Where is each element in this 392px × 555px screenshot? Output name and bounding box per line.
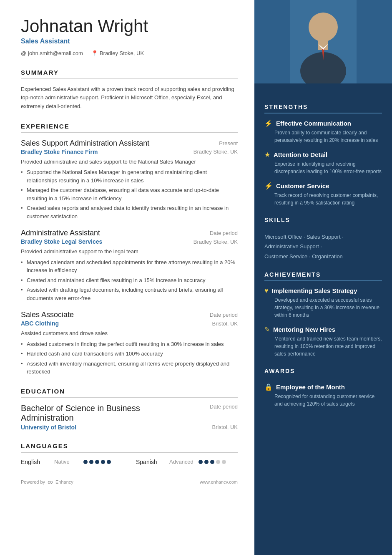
dot-s1 <box>199 460 203 464</box>
strength-2-header: ★ Attention to Detail <box>264 151 382 159</box>
achievements-section-title: ACHIEVEMENTS <box>264 271 382 278</box>
job-3-desc: Assisted customers and drove sales <box>21 329 238 338</box>
achievement-1-desc: Developed and executed a successful sale… <box>264 296 382 319</box>
lang-english-level: Native <box>54 459 79 465</box>
skills-section-title: SKILLS <box>264 217 382 223</box>
dot-s3 <box>210 460 214 464</box>
strength-3-name: Customer Service <box>276 182 329 189</box>
strength-3: ⚡ Customer Service Track record of resol… <box>264 182 382 207</box>
job-3-title: Sales Associate <box>21 310 74 319</box>
skills-line-2: Administrative Support · <box>264 242 382 251</box>
dot-s4 <box>216 460 220 464</box>
job-1-date: Present <box>219 140 238 146</box>
dot-2 <box>89 460 93 464</box>
job-1-header: Sales Support Administration Assistant P… <box>21 139 238 148</box>
edu-1-location: Bristol, UK <box>212 424 238 431</box>
dot-1 <box>83 460 88 464</box>
job-3-bullet-3: Assisted with inventory management, ensu… <box>21 360 238 376</box>
edu-1-school-row: University of Bristol Bristol, UK <box>21 424 238 431</box>
language-english: English Native Spanish Advanced <box>21 459 238 465</box>
lang-spanish-dots <box>199 460 226 464</box>
award-1-icon: 🔒 <box>264 383 273 391</box>
email-contact: @ john.smith@email.com <box>21 50 83 56</box>
awards-section-title: AWARDS <box>264 368 382 374</box>
languages-divider <box>21 452 238 453</box>
award-1-name: Employee of the Month <box>276 383 345 391</box>
lang-spanish-name: Spanish <box>136 459 165 465</box>
job-2-bullet-3: Assisted with drafting legal documents, … <box>21 286 238 302</box>
lang-english-dots <box>83 460 111 464</box>
left-column: Johnatan Wright Sales Assistant @ john.s… <box>0 0 254 555</box>
achievement-1-icon: ♥ <box>264 287 269 295</box>
edu-1-date: Date period <box>210 404 238 423</box>
candidate-title: Sales Assistant <box>21 38 238 45</box>
job-2-company: Bradley Stoke Legal Services <box>21 238 102 245</box>
strength-1-name: Effective Communication <box>276 120 351 127</box>
edu-1-school: University of Bristol <box>21 424 76 431</box>
job-2-date: Date period <box>210 230 238 236</box>
achievement-2-header: ✎ Mentoring New Hires <box>264 325 382 333</box>
education-divider <box>21 397 238 398</box>
job-2-bullet-1: Managed calendars and scheduled appointm… <box>21 258 238 275</box>
dot-s2 <box>204 460 209 464</box>
summary-text: Experienced Sales Assistant with a prove… <box>21 85 238 111</box>
skills-line-3: Customer Service · Organization <box>264 252 382 261</box>
strength-3-desc: Track record of resolving customer compl… <box>264 192 382 207</box>
strength-2: ★ Attention to Detail Expertise in ident… <box>264 151 382 175</box>
job-2: Administrative Assistant Date period Bra… <box>21 229 238 302</box>
strength-3-icon: ⚡ <box>264 182 273 190</box>
summary-divider <box>21 78 238 79</box>
location-contact: 📍 Bradley Stoke, UK <box>91 50 144 56</box>
job-3-bullets: Assisted customers in finding the perfec… <box>21 340 238 376</box>
strength-3-header: ⚡ Customer Service <box>264 182 382 190</box>
dot-3 <box>95 460 99 464</box>
job-2-title: Administrative Assistant <box>21 229 100 237</box>
strength-2-name: Attention to Detail <box>274 151 327 158</box>
job-2-location: Bradley Stoke, UK <box>193 239 238 245</box>
strength-1-icon: ⚡ <box>264 119 273 127</box>
awards-divider <box>264 377 382 378</box>
award-1-header: 🔒 Employee of the Month <box>264 383 382 391</box>
powered-by-label: Powered by <box>21 479 45 484</box>
job-1-bullet-1: Supported the National Sales Manager in … <box>21 168 238 184</box>
strength-2-desc: Expertise in identifying and resolving d… <box>264 160 382 175</box>
edu-1: Bachelor of Science in Business Administ… <box>21 404 238 431</box>
dot-s5 <box>222 460 226 464</box>
skills-text: Microsoft Office · Sales Support · Admin… <box>264 232 382 261</box>
job-1-location: Bradley Stoke, UK <box>193 149 238 155</box>
achievement-2: ✎ Mentoring New Hires Mentored and train… <box>264 325 382 358</box>
job-3-company-row: ABC Clothing Bristol, UK <box>21 320 238 327</box>
job-1-bullets: Supported the National Sales Manager in … <box>21 168 238 220</box>
strengths-divider <box>264 113 382 114</box>
experience-divider <box>21 132 238 133</box>
job-2-header: Administrative Assistant Date period <box>21 229 238 237</box>
logo-icon: ∞ <box>48 478 53 487</box>
summary-section-title: SUMMARY <box>21 69 238 76</box>
achievement-1-header: ♥ Implementing Sales Strategy <box>264 287 382 295</box>
achievement-1: ♥ Implementing Sales Strategy Developed … <box>264 287 382 319</box>
education-section-title: EDUCATION <box>21 388 238 395</box>
languages-list: English Native Spanish Advanced <box>21 459 238 465</box>
footer: Powered by ∞ Enhancy www.enhancv.com <box>21 478 238 487</box>
achievements-divider <box>264 280 382 281</box>
dot-5 <box>107 460 111 464</box>
job-2-bullet-2: Created and maintained client files resu… <box>21 276 238 285</box>
photo-area <box>254 0 392 83</box>
job-2-company-row: Bradley Stoke Legal Services Bradley Sto… <box>21 238 238 245</box>
job-3-header: Sales Associate Date period <box>21 310 238 319</box>
job-3-bullet-2: Handled cash and card transactions with … <box>21 350 238 358</box>
award-1: 🔒 Employee of the Month Recognized for o… <box>264 383 382 408</box>
strength-1-desc: Proven ability to communicate clearly an… <box>264 129 382 144</box>
contact-info: @ john.smith@email.com 📍 Bradley Stoke, … <box>21 50 238 56</box>
candidate-name: Johnatan Wright <box>21 17 238 36</box>
right-content: STRENGTHS ⚡ Effective Communication Prov… <box>254 83 392 419</box>
experience-section-title: EXPERIENCE <box>21 123 238 130</box>
job-1-company-row: Bradley Stoke Finance Firm Bradley Stoke… <box>21 149 238 155</box>
job-1-desc: Provided administrative and sales suppor… <box>21 158 238 166</box>
job-3-date: Date period <box>210 312 238 318</box>
svg-point-1 <box>309 13 338 42</box>
skills-divider <box>264 226 382 227</box>
job-3-company: ABC Clothing <box>21 320 59 327</box>
lang-spanish-level: Advanced <box>169 459 194 465</box>
job-3-bullet-1: Assisted customers in finding the perfec… <box>21 340 238 348</box>
